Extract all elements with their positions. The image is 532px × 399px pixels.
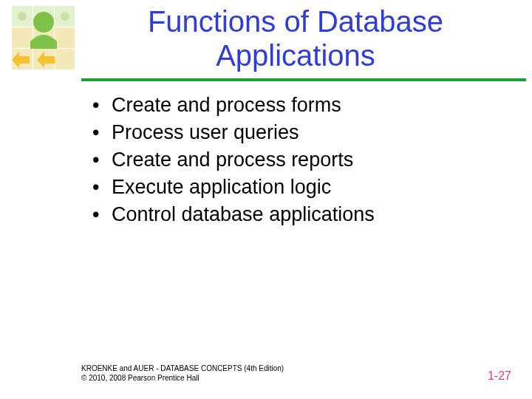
svg-rect-8 xyxy=(55,49,75,69)
list-item: Control database applications xyxy=(92,202,502,228)
svg-point-9 xyxy=(18,12,27,21)
footer-line-2: © 2010, 2008 Pearson Prentice Hall xyxy=(81,374,284,383)
svg-rect-3 xyxy=(12,27,33,48)
svg-point-10 xyxy=(61,12,69,21)
footer-citation: KROENKE and AUER - DATABASE CONCEPTS (4t… xyxy=(81,364,284,383)
footer-line-1: KROENKE and AUER - DATABASE CONCEPTS (4t… xyxy=(81,364,284,374)
title-divider xyxy=(81,78,526,81)
list-item: Create and process reports xyxy=(92,147,502,173)
svg-point-11 xyxy=(33,12,54,33)
svg-rect-5 xyxy=(55,27,75,48)
slide-title: Functions of Database Applications xyxy=(81,4,510,72)
slide-logo xyxy=(12,6,75,72)
list-item: Execute application logic xyxy=(92,174,502,200)
list-item: Create and process forms xyxy=(92,92,502,118)
bullet-list: Create and process forms Process user qu… xyxy=(92,92,502,229)
list-item: Process user queries xyxy=(92,120,502,146)
page-number: 1-27 xyxy=(488,369,511,383)
